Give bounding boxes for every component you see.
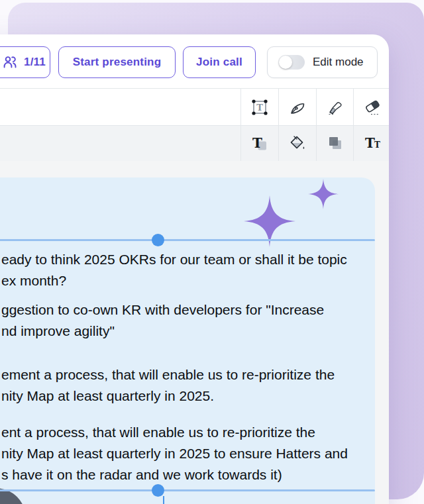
participants-icon [2, 54, 18, 70]
edit-mode-group: Edit mode [267, 46, 378, 78]
doc-text-line[interactable]: ent a process, that will enable us to re… [1, 424, 315, 441]
edit-mode-toggle[interactable] [278, 55, 305, 70]
doc-text-line[interactable]: s have it on the radar and we work towar… [1, 466, 282, 483]
svg-text:T: T [365, 135, 375, 151]
app-screen: { "header": { "participants_label": "1/1… [0, 0, 424, 504]
doc-text-line[interactable]: nd improve agility" [1, 323, 115, 340]
selection-stem [163, 496, 164, 504]
participants-count: 1/11 [24, 56, 46, 69]
selection-handle-bottom[interactable] [152, 484, 164, 497]
doc-text-line[interactable]: eady to think 2025 OKRs for our team or … [1, 251, 347, 268]
tool-pen[interactable] [279, 89, 316, 125]
doc-text-line[interactable]: nity Map at least quarterly in 2025. [1, 387, 214, 405]
edit-mode-label: Edit mode [313, 56, 364, 69]
doc-text-line[interactable]: nity Map at least quarterly in 2025 to e… [1, 445, 348, 462]
svg-text:T: T [256, 103, 263, 113]
text-color-icon: T [250, 134, 269, 152]
font-size-icon: T T [362, 134, 382, 152]
tool-fill-color[interactable] [279, 126, 316, 160]
doc-text-line[interactable]: ement a process, that will enable us to … [1, 366, 335, 383]
eraser-icon [362, 97, 382, 117]
document-panel[interactable]: eady to think 2025 OKRs for our team or … [0, 177, 375, 504]
tool-shapes[interactable] [317, 126, 354, 160]
doc-text-line[interactable]: ex month? [1, 272, 66, 289]
tool-font-size[interactable]: T T [354, 126, 391, 160]
shapes-overlap-icon [326, 134, 344, 152]
join-call-button[interactable]: Join call [183, 46, 256, 78]
fill-color-icon [288, 134, 307, 152]
svg-text:T: T [252, 135, 262, 151]
tool-eraser[interactable] [354, 89, 391, 125]
highlighter-icon [326, 98, 344, 117]
text-box-select-icon: T [250, 97, 270, 117]
participants-button[interactable]: 1/11 [0, 46, 50, 78]
tool-text-box-select[interactable]: T [241, 89, 278, 125]
start-presenting-button[interactable]: Start presenting [58, 46, 176, 78]
selection-line-bottom [0, 489, 375, 491]
selection-handle-top[interactable] [152, 234, 164, 246]
doc-text-line[interactable]: ggestion to co-own KR with developers fo… [1, 301, 324, 319]
tool-highlighter[interactable] [317, 89, 354, 125]
tool-text-color[interactable]: T [241, 126, 278, 160]
pen-icon [288, 98, 307, 117]
toggle-knob [279, 56, 292, 69]
svg-text:T: T [374, 140, 380, 150]
sparkle-large-icon [244, 195, 295, 250]
sparkle-small-icon [308, 179, 339, 212]
selection-line-top [0, 239, 375, 241]
